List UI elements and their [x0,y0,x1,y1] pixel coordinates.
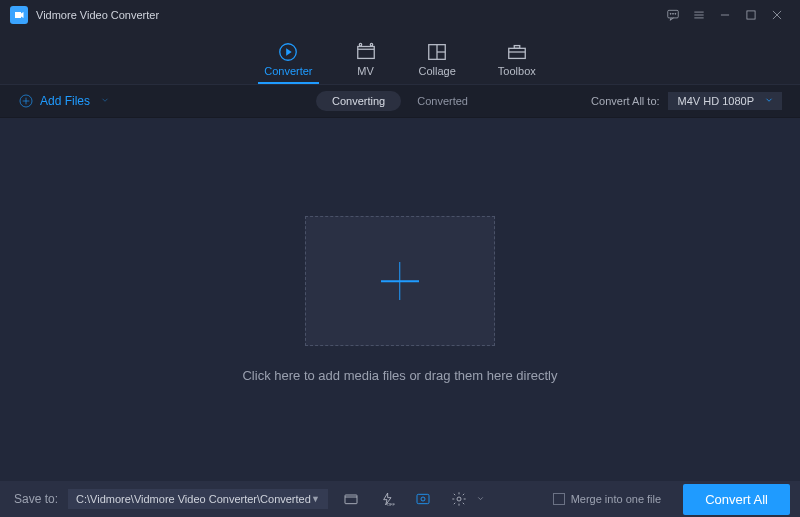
high-speed-button[interactable] [410,487,436,511]
svg-rect-8 [747,11,755,19]
output-format-value: M4V HD 1080P [678,95,754,107]
svg-point-30 [457,497,461,501]
app-title: Vidmore Video Converter [36,9,159,21]
svg-text:OFF: OFF [387,502,395,507]
chevron-down-icon [764,95,774,107]
svg-rect-26 [345,495,357,504]
titlebar: Vidmore Video Converter [0,0,800,30]
convert-all-to: Convert All to: M4V HD 1080P [591,92,782,110]
svg-point-15 [359,43,361,45]
settings-button[interactable] [446,487,472,511]
feedback-icon[interactable] [660,2,686,28]
merge-checkbox[interactable]: Merge into one file [553,493,662,505]
menu-icon[interactable] [686,2,712,28]
output-format-select[interactable]: M4V HD 1080P [668,92,782,110]
app-logo-icon [10,6,28,24]
add-files-label: Add Files [40,94,90,108]
svg-marker-12 [287,48,293,55]
seg-converting[interactable]: Converting [316,91,401,111]
maximize-button[interactable] [738,2,764,28]
content-area: Click here to add media files or drag th… [0,118,800,481]
convert-all-button[interactable]: Convert All [683,484,790,515]
chevron-down-icon: ▼ [311,494,320,504]
svg-point-16 [370,43,372,45]
save-to-label: Save to: [14,492,58,506]
merge-label: Merge into one file [571,493,662,505]
drop-hint: Click here to add media files or drag th… [242,368,557,383]
svg-rect-20 [509,48,526,58]
tab-converter[interactable]: Converter [264,43,312,83]
save-path-select[interactable]: C:\Vidmore\Vidmore Video Converter\Conve… [68,489,328,509]
convert-all-to-label: Convert All to: [591,95,659,107]
hardware-accel-button[interactable]: OFF [374,487,400,511]
svg-point-1 [670,13,671,14]
main-nav: Converter MV Collage Toolbox [0,30,800,84]
add-files-button[interactable]: Add Files [18,93,110,109]
tab-label: MV [357,65,374,77]
tab-toolbox[interactable]: Toolbox [498,43,536,83]
mv-icon [355,43,377,61]
save-path-value: C:\Vidmore\Vidmore Video Converter\Conve… [76,493,311,505]
converter-icon [277,43,299,61]
svg-point-3 [675,13,676,14]
svg-point-29 [421,497,425,501]
svg-rect-13 [357,47,374,59]
tab-mv[interactable]: MV [355,43,377,83]
chevron-down-icon[interactable] [476,492,485,506]
bottom-bar: Save to: C:\Vidmore\Vidmore Video Conver… [0,481,800,517]
status-segmented-control: Converting Converted [316,91,484,111]
open-folder-button[interactable] [338,487,364,511]
toolbox-icon [506,43,528,61]
collage-icon [426,43,448,61]
plus-circle-icon [18,93,34,109]
chevron-down-icon [100,94,110,108]
seg-converted[interactable]: Converted [401,91,484,111]
tab-label: Toolbox [498,65,536,77]
tab-label: Collage [419,65,456,77]
plus-icon [377,258,423,304]
checkbox-box [553,493,565,505]
drop-box[interactable] [305,216,495,346]
svg-point-2 [673,13,674,14]
drop-zone[interactable]: Click here to add media files or drag th… [242,216,557,383]
tab-label: Converter [264,65,312,77]
svg-rect-22 [514,46,520,49]
minimize-button[interactable] [712,2,738,28]
toolbar: Add Files Converting Converted Convert A… [0,84,800,118]
close-button[interactable] [764,2,790,28]
svg-rect-28 [417,494,429,503]
tab-collage[interactable]: Collage [419,43,456,83]
